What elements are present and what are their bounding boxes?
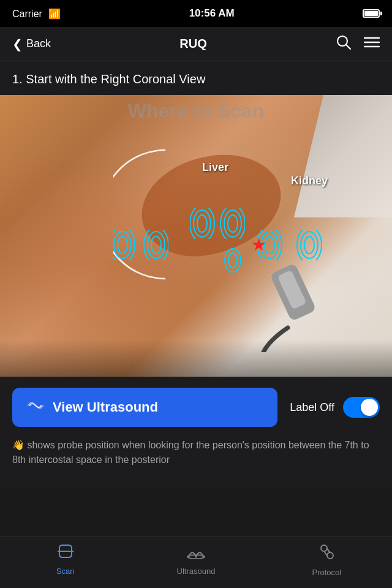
nav-bar: ❮ Back RUQ <box>0 27 392 61</box>
body-text: 👋 shows probe position when looking for … <box>0 438 392 487</box>
ultrasound-btn-icon <box>27 399 44 416</box>
svg-point-5 <box>118 236 127 254</box>
back-chevron-icon: ❮ <box>12 37 23 51</box>
icon-probe-indicator: 👋 <box>12 440 24 450</box>
svg-point-29 <box>321 545 327 551</box>
view-ultrasound-button[interactable]: View Ultrasound <box>12 388 277 427</box>
svg-line-32 <box>324 551 327 556</box>
body-text-content: shows probe position when looking for th… <box>12 440 369 465</box>
view-ultrasound-label: View Ultrasound <box>53 399 158 415</box>
bottom-gradient <box>0 340 392 377</box>
step-title: 1. Start with the Right Coronal View <box>12 72 380 86</box>
label-toggle-area: Label Off <box>290 397 380 418</box>
label-off-text: Label Off <box>290 401 334 414</box>
battery-icon <box>363 9 380 18</box>
protocol-tab-label: Protocol <box>312 568 341 577</box>
status-bar: Carrier 📶 10:56 AM <box>0 0 392 27</box>
ultrasound-tab-label: Ultrasound <box>177 567 216 576</box>
svg-point-9 <box>148 232 165 258</box>
svg-line-1 <box>346 45 350 49</box>
svg-point-12 <box>194 210 211 237</box>
content-header: 1. Start with the Right Coronal View <box>0 61 392 95</box>
tab-ultrasound[interactable]: Ultrasound <box>130 543 261 576</box>
tab-bar: Scan Ultrasound Protocol <box>0 537 392 588</box>
scan-tab-icon <box>57 543 74 564</box>
scan-tab-label: Scan <box>56 567 75 576</box>
svg-point-30 <box>327 552 333 559</box>
probe-hand <box>233 242 355 352</box>
toggle-knob <box>361 399 378 416</box>
liver-label: Liver <box>202 161 228 174</box>
back-button[interactable]: ❮ Back <box>12 37 51 51</box>
nav-icons <box>336 34 380 54</box>
svg-line-31 <box>326 548 330 552</box>
ultrasound-tab-icon <box>186 543 206 564</box>
tab-protocol[interactable]: Protocol <box>262 543 392 577</box>
scan-image: Where to Scan Liver Kidney <box>0 95 392 377</box>
time-label: 10:56 AM <box>189 7 235 20</box>
label-toggle[interactable] <box>343 397 380 418</box>
protocol-tab-icon <box>318 543 335 565</box>
tab-scan[interactable]: Scan <box>0 543 130 576</box>
bottom-controls: View Ultrasound Label Off <box>0 377 392 438</box>
kidney-label: Kidney <box>291 175 328 187</box>
carrier-label: Carrier 📶 <box>12 8 61 20</box>
menu-icon[interactable] <box>364 36 380 52</box>
nav-title: RUQ <box>179 37 206 51</box>
wave-group-left <box>113 230 168 260</box>
back-label: Back <box>26 37 51 50</box>
battery-area <box>363 9 380 18</box>
svg-point-11 <box>197 215 207 232</box>
svg-point-8 <box>151 236 161 254</box>
svg-point-6 <box>114 232 131 258</box>
search-icon[interactable] <box>336 34 352 54</box>
